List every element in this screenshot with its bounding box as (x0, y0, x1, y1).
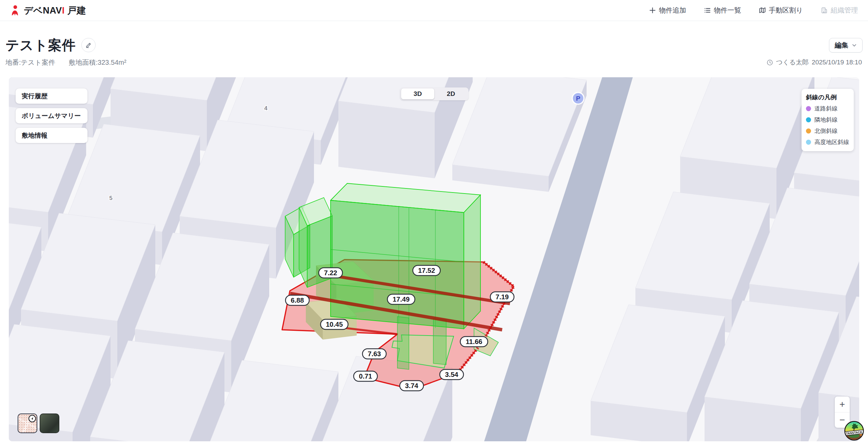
clock-icon (767, 59, 773, 66)
measurement-label: 7.63 (362, 349, 386, 359)
toggle-2d[interactable]: 2D (434, 88, 468, 99)
tanstack-logo-icon: TANSTACK (844, 421, 864, 441)
edit-button[interactable]: 編集 (829, 38, 863, 53)
lot-number: 地番:テスト案件 (5, 59, 55, 66)
nav-label: 組織管理 (831, 6, 858, 15)
svg-text:6.88: 6.88 (291, 297, 304, 304)
brand-logo[interactable]: デベNAVI戸建 (9, 4, 86, 17)
site-area: 敷地面積:323.54m² (69, 59, 126, 66)
project-meta: 地番:テスト案件 敷地面積:323.54m² (5, 58, 138, 67)
app-root: デベNAVI戸建 物件追加 物件一覧 手動区割り 組織管理 テスト案件 (0, 0, 868, 444)
map-3d-scene: 45P7.2217.526.8817.497.1910.4511.667.630… (9, 77, 859, 441)
map-panel-buttons: 実行履歴 ボリュームサマリー 敷地情報 (16, 88, 87, 143)
svg-text:3.54: 3.54 (445, 371, 459, 378)
measurement-label: 7.22 (319, 268, 342, 278)
svg-text:17.49: 17.49 (393, 296, 410, 303)
measurement-label: 11.66 (460, 337, 488, 347)
brand-text: デベNAVI戸建 (24, 4, 86, 17)
svg-text:7.19: 7.19 (496, 293, 509, 301)
measurement-label: 17.52 (413, 265, 440, 276)
updated-info: つくる太郎 2025/10/19 18:10 (767, 58, 862, 67)
list-icon (704, 7, 711, 14)
nav-label: 物件追加 (659, 6, 686, 15)
legend-item-north: 北側斜線 (806, 127, 849, 135)
road-slant-dot (806, 106, 811, 111)
compass-icon (28, 415, 36, 422)
chevron-down-icon (852, 43, 857, 48)
svg-text:0.71: 0.71 (359, 372, 372, 380)
basemap-thumbnail-map[interactable] (18, 413, 37, 433)
north-slant-dot (806, 128, 811, 134)
measurement-label: 0.71 (354, 371, 377, 381)
ground-number-label: 4 (264, 105, 268, 112)
legend-item-height-district: 高度地区斜線 (806, 138, 849, 146)
map-canvas[interactable]: 45P7.2217.526.8817.497.1910.4511.667.630… (9, 77, 859, 441)
height-district-slant-dot (806, 140, 811, 145)
svg-text:7.22: 7.22 (324, 269, 337, 277)
svg-text:17.52: 17.52 (418, 267, 435, 274)
measurement-label: 10.45 (321, 319, 348, 329)
nav-org-management: 組織管理 (821, 6, 858, 15)
measurement-label: 17.49 (388, 294, 415, 304)
measurement-label: 3.54 (440, 369, 463, 380)
legend-label: 高度地区斜線 (814, 138, 849, 146)
legend-label: 道路斜線 (814, 105, 837, 113)
person-logo-icon (9, 5, 20, 16)
header-nav: 物件追加 物件一覧 手動区割り 組織管理 (649, 6, 858, 15)
basemap-thumbnail-satellite[interactable] (40, 413, 59, 433)
edit-button-label: 編集 (835, 41, 848, 50)
basemap-switcher (18, 413, 59, 433)
view-mode-toggle: 3D 2D (400, 87, 469, 100)
slant-line-legend: 斜線の凡例 道路斜線 隣地斜線 北側斜線 高度地区斜線 (802, 89, 854, 151)
nav-label: 手動区割り (769, 6, 803, 15)
ground-number-label: 5 (109, 195, 112, 201)
parking-marker[interactable]: P (572, 92, 585, 105)
svg-text:3.74: 3.74 (405, 382, 419, 389)
toggle-3d[interactable]: 3D (401, 88, 434, 99)
pencil-icon (85, 42, 92, 48)
brand-accent: I (62, 5, 65, 16)
nav-property-list[interactable]: 物件一覧 (704, 6, 741, 15)
execution-history-button[interactable]: 実行履歴 (16, 88, 87, 104)
page-title: テスト案件 (5, 36, 76, 55)
author-name: つくる太郎 (776, 58, 809, 67)
svg-text:7.63: 7.63 (368, 350, 381, 358)
title-row: テスト案件 編集 (5, 35, 863, 55)
plus-icon (649, 7, 656, 14)
measurement-label: 6.88 (285, 295, 309, 305)
zoom-in-button[interactable]: + (835, 397, 850, 412)
svg-text:P: P (576, 95, 580, 102)
tanstack-badge: TANSTACK (844, 421, 864, 441)
legend-title: 斜線の凡例 (806, 93, 849, 101)
edit-title-button[interactable] (81, 38, 96, 52)
measurement-label: 3.74 (400, 381, 423, 391)
legend-label: 隣地斜線 (814, 116, 837, 124)
adjacent-slant-dot (806, 117, 811, 122)
nav-manual-zoning[interactable]: 手動区割り (759, 6, 803, 15)
meta-row: 地番:テスト案件 敷地面積:323.54m² つくる太郎 2025/10/19 … (5, 58, 862, 67)
legend-item-road: 道路斜線 (806, 105, 849, 113)
svg-text:10.45: 10.45 (326, 321, 343, 328)
nav-add-property[interactable]: 物件追加 (649, 6, 686, 15)
org-icon (821, 7, 828, 14)
top-nav-bar: デベNAVI戸建 物件追加 物件一覧 手動区割り 組織管理 (0, 0, 868, 21)
nav-label: 物件一覧 (714, 6, 741, 15)
updated-timestamp: 2025/10/19 18:10 (812, 59, 862, 66)
map-icon (759, 7, 766, 14)
measurement-label: 7.19 (490, 292, 514, 302)
legend-label: 北側斜線 (814, 127, 837, 135)
site-info-button[interactable]: 敷地情報 (16, 128, 87, 143)
volume-summary-button[interactable]: ボリュームサマリー (16, 108, 87, 123)
legend-item-adjacent: 隣地斜線 (806, 116, 849, 124)
svg-text:11.66: 11.66 (466, 338, 482, 345)
